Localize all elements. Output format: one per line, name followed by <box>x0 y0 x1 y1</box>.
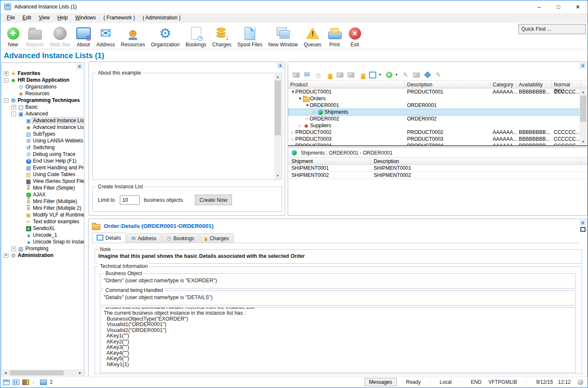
messages-button[interactable]: Messages <box>364 378 397 386</box>
picture2-icon[interactable] <box>347 72 354 78</box>
toolbar-button-newwindow[interactable]: New Window <box>265 24 301 48</box>
toolbar-button-exit[interactable]: Exit <box>345 24 365 48</box>
sidebar-item-debug-using-trace[interactable]: Debug using Trace <box>2 151 84 158</box>
sidebar-item-sendtoxl[interactable]: SendtoXL <box>2 225 84 232</box>
collapse-icon[interactable]: ▼ <box>291 88 295 95</box>
tab-charges[interactable]: Charges <box>200 233 233 243</box>
tab-bookings[interactable]: Bookings <box>162 233 199 243</box>
sidebar-item-organizations[interactable]: Organizations <box>2 83 84 90</box>
about-panel-close-icon[interactable]: x <box>277 63 283 69</box>
expander-minus-icon[interactable] <box>3 98 9 103</box>
sort-icon[interactable]: ↑ <box>32 380 37 385</box>
create-now-button[interactable]: Create Now <box>195 195 232 205</box>
note-icon[interactable] <box>402 72 409 78</box>
details-panel-close-icon[interactable]: x <box>580 220 586 226</box>
sidebar-item-advanced-instance-lists[interactable]: Advanced Instance Lists <box>2 117 84 124</box>
charges2-icon[interactable] <box>360 73 364 77</box>
mail-icon[interactable] <box>303 72 310 78</box>
tab-details[interactable]: Details <box>92 233 126 243</box>
tree-panel-close-icon[interactable]: x <box>76 64 83 70</box>
product-grid-scrollbar[interactable]: ▲ ▼ <box>580 89 587 145</box>
limit-input[interactable] <box>120 195 140 205</box>
scroll-left-icon[interactable]: ◄ <box>2 371 9 375</box>
expander-plus-icon[interactable] <box>3 253 9 258</box>
table-row-shipments[interactable]: ▷Shipments <box>288 109 580 115</box>
layout-grid-icon[interactable] <box>13 380 19 385</box>
expand-icon[interactable]: ▷ <box>291 142 295 145</box>
sidebar-item-favorites[interactable]: Favorites <box>2 70 84 77</box>
expand-icon[interactable]: ▷ <box>305 115 310 122</box>
scrollbar-thumb[interactable] <box>10 370 64 375</box>
toolbar-button-print[interactable]: Print <box>324 24 345 48</box>
instance-list-close-icon[interactable]: x <box>580 63 586 69</box>
sidebar-item-advanced-instance-lists[interactable]: Advanced Instance Lists <box>2 124 84 131</box>
sidebar-item-prompting[interactable]: Prompting <box>2 245 84 252</box>
expand-icon[interactable]: ▷ <box>291 129 295 136</box>
sidebar-item-programming-techniques[interactable]: Programming Techniques <box>2 97 84 104</box>
layout-window-icon[interactable] <box>3 380 10 385</box>
column-header-description[interactable]: Description <box>370 158 581 165</box>
menu-item-edit[interactable]: Edit <box>19 13 35 22</box>
sidebar-item-basic[interactable]: Basic <box>2 104 84 110</box>
table-row-shipment0002[interactable]: SHIPMENT0002SHIPMENT0002 <box>288 172 587 179</box>
scrollbar-thumb[interactable] <box>275 80 281 135</box>
column-header-description[interactable]: Description <box>405 82 491 88</box>
scrollbar-thumb[interactable] <box>580 96 586 122</box>
toolbar-button-organization[interactable]: Organization <box>148 24 183 48</box>
toolbar-button-new[interactable]: New <box>3 24 23 48</box>
minimize-button[interactable]: – <box>529 0 549 13</box>
attachment-icon[interactable] <box>292 72 299 78</box>
toolbar-button-resources[interactable]: Resources <box>118 24 148 48</box>
expander-plus-icon[interactable] <box>11 246 16 252</box>
sidebar-item-mini-filter--simple-[interactable]: Mini Filter (Simple) <box>2 185 84 191</box>
expander-minus-icon[interactable] <box>3 78 9 83</box>
menu-item-view[interactable]: View <box>35 13 54 22</box>
bookings-icon[interactable] <box>314 72 321 78</box>
table-row-order0002[interactable]: ▷ORDER0002ORDER0002 <box>288 115 580 122</box>
sidebar-item-unicode-snap-in-instanc[interactable]: Unicode Snap In Instanc <box>2 238 84 245</box>
collapse-icon[interactable]: ▼ <box>305 102 310 109</box>
sidebar-item-hr-demo-application[interactable]: HR Demo Application <box>2 77 84 83</box>
table-row-suppliers[interactable]: ▷Suppliers <box>288 122 580 129</box>
scroll-down-icon[interactable]: ▼ <box>274 173 281 179</box>
color-grid-icon[interactable] <box>22 380 29 385</box>
toolbar-button-spoolfiles[interactable]: Spool Files <box>235 24 265 48</box>
toolbar-button-about[interactable]: About <box>73 24 94 48</box>
sidebar-item-mini-filter--multiple-[interactable]: Mini Filter (Multiple) <box>2 198 84 205</box>
expander-plus-icon[interactable] <box>3 71 9 76</box>
dropdown-arrow-icon[interactable]: ▼ <box>395 73 398 77</box>
sidebar-item-advanced[interactable]: Advanced <box>2 110 84 117</box>
tab-address[interactable]: Address <box>127 233 161 243</box>
expander-minus-icon[interactable] <box>11 111 16 117</box>
sidebar-item-ajax[interactable]: AJAX <box>2 191 84 198</box>
toolbar-button-address[interactable]: Address <box>94 24 118 48</box>
sidebar-item-resources[interactable]: Resources <box>2 90 84 97</box>
collapse-icon[interactable]: ▼ <box>298 95 302 102</box>
scroll-down-icon[interactable]: ▼ <box>580 139 587 145</box>
table-row-product0002[interactable]: ▷PRODUCT0002PRODUCT0002AAAAAA...BBBBBBBB… <box>288 129 580 136</box>
table-row-product0004[interactable]: ▷PRODUCT0004PRODUCT0004AAAAAA...BBBBBBBB… <box>288 142 580 145</box>
tree-horizontal-scrollbar[interactable]: ◄ ► <box>2 369 84 376</box>
picture-icon[interactable] <box>336 72 343 78</box>
table-row-orders[interactable]: ▼Orders <box>288 95 580 102</box>
menu-item-framework[interactable]: ( Framework ) <box>100 13 139 22</box>
column-header-category[interactable]: Category <box>491 82 517 88</box>
picture3-icon[interactable] <box>413 72 420 78</box>
menu-item-windows[interactable]: Windows <box>72 13 100 22</box>
scroll-right-icon[interactable]: ► <box>77 371 84 375</box>
menu-item-administration[interactable]: ( Administration ) <box>139 13 184 22</box>
add-icon[interactable] <box>386 72 393 78</box>
table-row-product0003[interactable]: ▷PRODUCT0003PRODUCT0003AAAAAA...BBBBBBBB… <box>288 136 580 142</box>
toolbar-button-bookings[interactable]: Bookings <box>183 24 209 48</box>
scroll-up-icon[interactable]: ▲ <box>274 74 281 80</box>
sidebar-item-event-handling-and-prom[interactable]: Event Handling and Prom <box>2 164 84 171</box>
table-row-product0001[interactable]: ▼PRODUCT0001PRODUCT0001AAAAAA...BBBBBBBB… <box>288 88 580 95</box>
menu-item-help[interactable]: Help <box>54 13 72 22</box>
maximize-button[interactable]: □ <box>549 0 568 13</box>
sidebar-item-administration[interactable]: Administration <box>2 252 84 259</box>
sidebar-item-using-lansa-weblets[interactable]: Using LANSA Weblets <box>2 137 84 144</box>
sidebar-item-switching[interactable]: Switching <box>2 144 84 151</box>
column-header-product[interactable]: Product <box>288 82 405 88</box>
sidebar-item-subtypes[interactable]: SubTypes <box>2 131 84 137</box>
tag-icon[interactable] <box>424 72 431 78</box>
